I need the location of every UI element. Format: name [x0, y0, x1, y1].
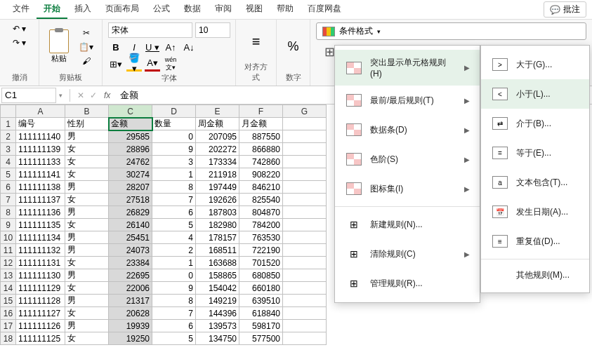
cell-F18[interactable]: 577500 — [239, 332, 283, 345]
highlight-rule-0[interactable]: > 大于(G)... — [481, 50, 589, 79]
highlight-other-rules[interactable]: 其他规则(M)... — [481, 262, 589, 288]
cell-D14[interactable]: 9 — [152, 282, 196, 295]
row-header-13[interactable]: 13 — [1, 269, 16, 282]
col-header-E[interactable]: E — [196, 105, 239, 118]
row-header-14[interactable]: 14 — [1, 282, 16, 295]
select-all-corner[interactable] — [1, 105, 16, 118]
conditional-format-button[interactable]: 条件格式 ▾ — [316, 22, 586, 40]
copy-button[interactable]: 📋▾ — [76, 41, 96, 53]
fill-color-button[interactable]: 🪣▾ — [126, 56, 142, 72]
col-header-F[interactable]: F — [239, 105, 283, 118]
cell-E11[interactable]: 168511 — [196, 244, 239, 257]
cell-B2[interactable]: 男 — [65, 130, 109, 143]
menu-tab-4[interactable]: 公式 — [146, 0, 177, 19]
cell-C18[interactable]: 19250 — [109, 332, 152, 345]
cell-E16[interactable]: 144396 — [196, 307, 239, 320]
cell-E5[interactable]: 211918 — [196, 168, 239, 181]
cell-F3[interactable]: 866880 — [239, 143, 283, 156]
cell-G11[interactable] — [283, 244, 327, 257]
cell-F14[interactable]: 660180 — [239, 282, 283, 295]
cut-button[interactable]: ✂ — [76, 27, 96, 39]
cell-C17[interactable]: 19939 — [109, 320, 152, 332]
cell-B18[interactable]: 女 — [65, 332, 109, 345]
cell-E3[interactable]: 202272 — [196, 143, 239, 156]
increase-font-button[interactable]: A↑ — [163, 39, 178, 55]
row-header-4[interactable]: 4 — [1, 156, 16, 168]
name-box-dropdown[interactable]: ▾ — [56, 92, 65, 99]
row-header-1[interactable]: 1 — [1, 118, 16, 130]
menu-tab-6[interactable]: 审阅 — [208, 0, 239, 19]
cell-F17[interactable]: 598170 — [239, 320, 283, 332]
border-button[interactable]: ⊞▾ — [108, 56, 124, 72]
font-size-select[interactable] — [195, 22, 230, 38]
cell-B1[interactable]: 性别 — [65, 118, 109, 130]
menu-tab-7[interactable]: 视图 — [239, 0, 270, 19]
row-header-8[interactable]: 8 — [1, 206, 16, 219]
cell-E13[interactable]: 158865 — [196, 269, 239, 282]
cell-B11[interactable]: 男 — [65, 244, 109, 257]
cell-E18[interactable]: 134750 — [196, 332, 239, 345]
cell-B10[interactable]: 男 — [65, 231, 109, 244]
cell-E17[interactable]: 139573 — [196, 320, 239, 332]
cell-B4[interactable]: 女 — [65, 156, 109, 168]
cell-G2[interactable] — [283, 130, 327, 143]
cell-G4[interactable] — [283, 156, 327, 168]
name-box[interactable] — [1, 88, 56, 103]
cell-C14[interactable]: 22006 — [109, 282, 152, 295]
cell-E14[interactable]: 154042 — [196, 282, 239, 295]
cell-G16[interactable] — [283, 307, 327, 320]
cell-F4[interactable]: 742860 — [239, 156, 283, 168]
cell-F9[interactable]: 784200 — [239, 219, 283, 231]
cell-G7[interactable] — [283, 194, 327, 206]
cancel-formula-button[interactable]: ✕ — [74, 90, 87, 100]
row-header-16[interactable]: 16 — [1, 307, 16, 320]
col-header-C[interactable]: C — [109, 105, 152, 118]
cf-menu-item-0[interactable]: 突出显示单元格规则(H) ▶ — [335, 50, 480, 86]
cell-B17[interactable]: 男 — [65, 320, 109, 332]
row-header-11[interactable]: 11 — [1, 244, 16, 257]
cell-B7[interactable]: 女 — [65, 194, 109, 206]
cell-C4[interactable]: 24762 — [109, 156, 152, 168]
cell-E10[interactable]: 178157 — [196, 231, 239, 244]
cell-D16[interactable]: 7 — [152, 307, 196, 320]
cell-C13[interactable]: 22695 — [109, 269, 152, 282]
cell-A4[interactable]: 111111133 — [16, 156, 65, 168]
cell-E15[interactable]: 149219 — [196, 295, 239, 307]
cell-E7[interactable]: 192626 — [196, 194, 239, 206]
cell-C3[interactable]: 28896 — [109, 143, 152, 156]
cell-A15[interactable]: 111111128 — [16, 295, 65, 307]
cell-D13[interactable]: 0 — [152, 269, 196, 282]
highlight-rule-4[interactable]: a 文本包含(T)... — [481, 168, 589, 197]
cell-A17[interactable]: 111111126 — [16, 320, 65, 332]
cell-D7[interactable]: 7 — [152, 194, 196, 206]
highlight-rule-6[interactable]: ≡ 重复值(D)... — [481, 227, 589, 256]
cell-C7[interactable]: 27518 — [109, 194, 152, 206]
cf-menu-item-2[interactable]: 数据条(D) ▶ — [335, 115, 480, 144]
col-header-G[interactable]: G — [283, 105, 327, 118]
cell-A2[interactable]: 111111140 — [16, 130, 65, 143]
number-format-button[interactable]: % — [284, 38, 301, 55]
cell-G14[interactable] — [283, 282, 327, 295]
cell-C15[interactable]: 21317 — [109, 295, 152, 307]
cell-G17[interactable] — [283, 320, 327, 332]
cell-F11[interactable]: 722190 — [239, 244, 283, 257]
cell-D12[interactable]: 1 — [152, 257, 196, 269]
cell-G18[interactable] — [283, 332, 327, 345]
col-header-D[interactable]: D — [152, 105, 196, 118]
cf-menu-item2-0[interactable]: ⊞ 新建规则(N)... — [335, 210, 480, 239]
menu-tab-9[interactable]: 百度网盘 — [301, 0, 348, 19]
cell-E1[interactable]: 周金额 — [196, 118, 239, 130]
cell-A10[interactable]: 111111134 — [16, 231, 65, 244]
cell-B3[interactable]: 女 — [65, 143, 109, 156]
decrease-font-button[interactable]: A↓ — [181, 39, 197, 55]
cell-D10[interactable]: 4 — [152, 231, 196, 244]
row-header-15[interactable]: 15 — [1, 295, 16, 307]
menu-tab-8[interactable]: 帮助 — [270, 0, 301, 19]
alignment-button[interactable]: ≡ — [249, 32, 263, 51]
cell-B9[interactable]: 女 — [65, 219, 109, 231]
cell-B6[interactable]: 男 — [65, 181, 109, 194]
cell-B13[interactable]: 男 — [65, 269, 109, 282]
menu-tab-2[interactable]: 插入 — [67, 0, 98, 19]
cell-F10[interactable]: 763530 — [239, 231, 283, 244]
cell-C6[interactable]: 28207 — [109, 181, 152, 194]
